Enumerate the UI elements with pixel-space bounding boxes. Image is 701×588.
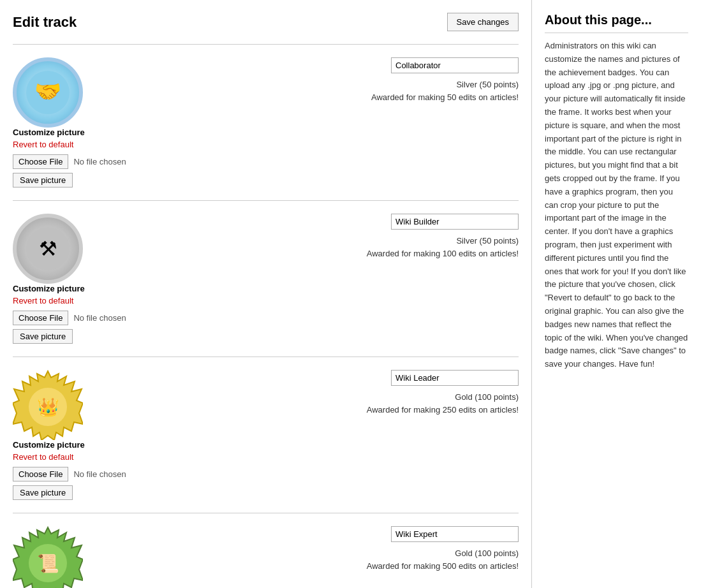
file-input-row-wiki-builder: Choose File No file chosen [13,311,126,325]
badge-name-input-collaborator[interactable] [391,57,519,73]
save-picture-button-wiki-builder[interactable]: Save picture [13,329,73,344]
badge-info-wiki-leader: Gold (100 points) Awarded for making 250… [367,391,519,416]
page-title: Edit track [13,14,77,31]
page-header: Edit track Save changes [13,13,519,31]
save-picture-button-collaborator[interactable]: Save picture [13,173,73,187]
badge-description-wiki-expert: Awarded for making 500 edits on articles… [367,560,519,573]
badge-right-wiki-expert: Gold (100 points) Awarded for making 500… [139,526,519,572]
no-file-text-wiki-builder: No file chosen [73,313,126,323]
badge-right-collaborator: Silver (50 points) Awarded for making 50… [139,57,519,103]
badge-points-wiki-leader: Gold (100 points) [367,391,519,404]
sidebar-title: About this page... [545,13,688,33]
badge-section-collaborator: 🤝 Customize picture Revert to default Ch… [13,44,519,200]
badge-icon-wiki-expert: 📜 [13,526,83,588]
choose-file-button-wiki-leader[interactable]: Choose File [13,467,68,481]
revert-to-default-link-wiki-leader[interactable]: Revert to default [13,452,73,462]
badge-name-input-wiki-leader[interactable] [391,370,519,386]
save-changes-button[interactable]: Save changes [447,13,519,31]
badge-customize-label: Customize picture [13,284,85,293]
revert-to-default-link-collaborator[interactable]: Revert to default [13,140,73,149]
badge-left-wiki-expert: 📜 Customize picture Revert to default Ch… [13,526,126,588]
badge-section-wiki-expert: 📜 Customize picture Revert to default Ch… [13,513,519,588]
sidebar-text: Administrators on this wiki can customiz… [545,40,688,371]
badge-right-wiki-builder: Silver (50 points) Awarded for making 10… [139,214,519,260]
badge-section-wiki-leader: 👑 Customize picture Revert to default Ch… [13,356,519,513]
no-file-text-wiki-leader: No file chosen [73,469,126,479]
badge-description-wiki-builder: Awarded for making 100 edits on articles… [367,247,519,260]
svg-text:⚒: ⚒ [39,237,57,260]
revert-to-default-link-wiki-builder[interactable]: Revert to default [13,296,73,305]
badge-customize-label: Customize picture [13,440,85,450]
badge-name-input-wiki-expert[interactable] [391,526,519,542]
choose-file-button-collaborator[interactable]: Choose File [13,154,68,169]
svg-text:📜: 📜 [37,553,59,574]
badge-description-collaborator: Awarded for making 50 edits on articles! [371,91,519,104]
badge-left-wiki-builder: ⚒ Customize picture Revert to default Ch… [13,214,126,344]
badge-left-wiki-leader: 👑 Customize picture Revert to default Ch… [13,370,126,500]
file-input-row-wiki-leader: Choose File No file chosen [13,467,126,481]
badge-right-wiki-leader: Gold (100 points) Awarded for making 250… [139,370,519,416]
badge-customize-label: Customize picture [13,128,85,137]
badge-info-collaborator: Silver (50 points) Awarded for making 50… [371,78,519,103]
file-input-row-collaborator: Choose File No file chosen [13,154,126,169]
badge-name-input-wiki-builder[interactable] [391,214,519,230]
badge-points-wiki-expert: Gold (100 points) [367,547,519,560]
svg-text:🤝: 🤝 [34,78,62,105]
choose-file-button-wiki-builder[interactable]: Choose File [13,311,68,325]
badge-info-wiki-expert: Gold (100 points) Awarded for making 500… [367,547,519,572]
no-file-text-collaborator: No file chosen [73,157,126,166]
badge-icon-collaborator: 🤝 [13,57,83,128]
badge-left-collaborator: 🤝 Customize picture Revert to default Ch… [13,57,126,187]
save-picture-button-wiki-leader[interactable]: Save picture [13,485,73,500]
badge-section-wiki-builder: ⚒ Customize picture Revert to default Ch… [13,200,519,356]
sidebar-panel: About this page... Administrators on thi… [532,0,701,588]
badge-icon-wiki-builder: ⚒ [13,214,83,284]
badge-info-wiki-builder: Silver (50 points) Awarded for making 10… [367,235,519,260]
badge-points-collaborator: Silver (50 points) [371,78,519,91]
badge-points-wiki-builder: Silver (50 points) [367,235,519,247]
svg-text:👑: 👑 [37,397,59,418]
badge-icon-wiki-leader: 👑 [13,370,83,440]
badge-description-wiki-leader: Awarded for making 250 edits on articles… [367,404,519,416]
